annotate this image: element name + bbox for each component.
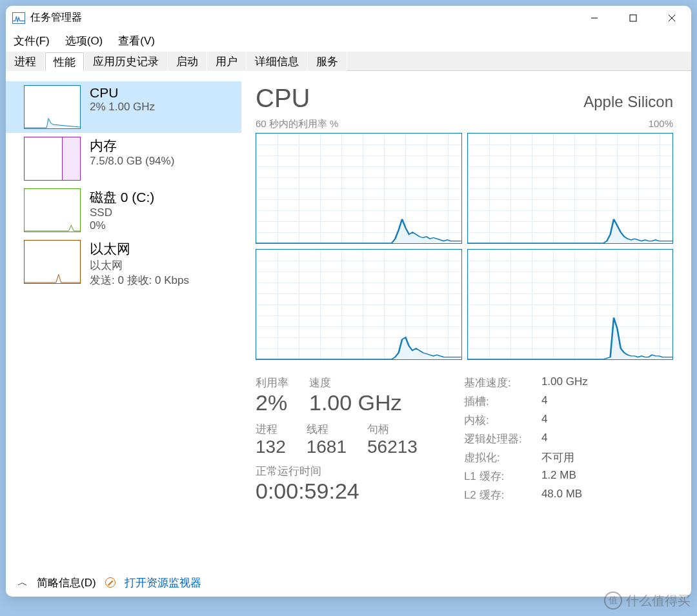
virt-label: 虚拟化:: [464, 450, 541, 465]
thr-value: 1681: [307, 437, 347, 457]
svg-rect-1: [630, 15, 636, 21]
disk-title: 磁盘 0 (C:): [90, 188, 154, 206]
page-title: CPU: [256, 84, 310, 113]
proc-label: 进程: [256, 422, 286, 437]
speed-value: 1.00 GHz: [309, 390, 402, 415]
l2-label: L2 缓存:: [464, 488, 541, 502]
titlebar[interactable]: 任务管理器: [6, 6, 691, 30]
l1-label: L1 缓存:: [464, 469, 541, 484]
hnd-value: 56213: [367, 437, 418, 457]
cpu-thumb-icon: [24, 85, 81, 129]
tab-history[interactable]: 应用历史记录: [85, 52, 167, 71]
eth-sub: 以太网: [90, 258, 189, 273]
cpu-model: Apple Silicon: [583, 93, 673, 111]
cores-label: 内核:: [464, 413, 541, 428]
proc-value: 132: [256, 437, 286, 457]
uptime-label: 正常运行时间: [256, 464, 418, 479]
tab-startup[interactable]: 启动: [168, 52, 207, 71]
sock-label: 插槽:: [464, 394, 541, 409]
virt-value: 不可用: [541, 450, 574, 465]
maximize-button[interactable]: [614, 6, 652, 30]
menu-view[interactable]: 查看(V): [118, 34, 155, 48]
window-controls: [575, 6, 691, 30]
cpu-core-chart-2: [256, 249, 462, 360]
cpu-title: CPU: [90, 85, 155, 101]
menu-options[interactable]: 选项(O): [65, 34, 103, 48]
memory-sub: 7.5/8.0 GB (94%): [90, 155, 174, 168]
app-icon: [12, 12, 25, 24]
eth-sub2: 发送: 0 接收: 0 Kbps: [90, 273, 189, 288]
l2-value: 48.0 MB: [541, 488, 582, 502]
tab-services[interactable]: 服务: [308, 52, 347, 71]
window-title: 任务管理器: [30, 11, 82, 25]
menubar: 文件(F) 选项(O) 查看(V): [6, 30, 691, 52]
cores-value: 4: [541, 413, 547, 428]
sidebar-item-cpu[interactable]: CPU 2% 1.00 GHz: [6, 81, 241, 133]
open-resource-monitor-link[interactable]: 打开资源监视器: [125, 575, 201, 590]
disk-thumb-icon: [24, 188, 81, 232]
task-manager-window: 任务管理器 文件(F) 选项(O) 查看(V) 进程 性能 应用历史记录 启动 …: [6, 6, 691, 597]
disk-sub2: 0%: [90, 219, 154, 232]
menu-file[interactable]: 文件(F): [14, 34, 50, 48]
speed-label: 速度: [309, 375, 402, 390]
sidebar-item-disk[interactable]: 磁盘 0 (C:) SSD 0%: [6, 184, 241, 236]
uptime-value: 0:00:59:24: [256, 479, 418, 504]
sidebar-item-ethernet[interactable]: 以太网 以太网 发送: 0 接收: 0 Kbps: [6, 236, 241, 292]
watermark: 值 什么值得买: [604, 591, 691, 610]
tab-users[interactable]: 用户: [207, 52, 246, 71]
eth-title: 以太网: [90, 240, 189, 258]
cpu-core-chart-0: [256, 133, 462, 244]
log-label: 逻辑处理器:: [464, 432, 541, 446]
chart-right-label: 100%: [649, 118, 673, 130]
ethernet-thumb-icon: [24, 240, 81, 284]
close-button[interactable]: [652, 6, 691, 30]
memory-title: 内存: [90, 137, 174, 155]
tab-processes[interactable]: 进程: [6, 52, 45, 71]
content: CPU 2% 1.00 GHz 内存 7.5/8.0 GB (94%) 磁盘 0…: [6, 72, 691, 568]
hnd-label: 句柄: [367, 422, 418, 437]
disk-sub: SSD: [90, 206, 154, 219]
minimize-button[interactable]: [575, 6, 614, 30]
fewer-details-link[interactable]: 简略信息(D): [37, 575, 96, 590]
base-value: 1.00 GHz: [541, 375, 588, 390]
resource-monitor-icon: [105, 577, 116, 588]
cpu-core-chart-3: [467, 249, 674, 360]
memory-thumb-icon: [24, 137, 81, 181]
thr-label: 线程: [307, 422, 347, 437]
util-label: 利用率: [256, 375, 288, 390]
tabbar: 进程 性能 应用历史记录 启动 用户 详细信息 服务: [6, 52, 691, 72]
cpu-chart-grid: [256, 133, 673, 360]
log-value: 4: [541, 432, 547, 446]
sidebar: CPU 2% 1.00 GHz 内存 7.5/8.0 GB (94%) 磁盘 0…: [6, 72, 241, 568]
main-panel: CPU Apple Silicon 60 秒内的利用率 % 100% 利用率2%…: [241, 72, 691, 568]
cpu-core-chart-1: [467, 133, 674, 244]
stats: 利用率2% 速度1.00 GHz 进程132 线程1681 句柄56213 正常…: [256, 375, 673, 506]
footer: ︿ 简略信息(D) 打开资源监视器: [6, 568, 691, 597]
sidebar-item-memory[interactable]: 内存 7.5/8.0 GB (94%): [6, 133, 241, 184]
l1-value: 1.2 MB: [541, 469, 576, 484]
sock-value: 4: [541, 394, 547, 409]
cpu-sub: 2% 1.00 GHz: [90, 101, 155, 114]
chart-left-label: 60 秒内的利用率 %: [256, 118, 338, 130]
util-value: 2%: [256, 390, 288, 415]
chevron-up-icon[interactable]: ︿: [17, 576, 28, 590]
tab-performance[interactable]: 性能: [45, 52, 84, 72]
base-label: 基准速度:: [464, 375, 541, 390]
tab-details[interactable]: 详细信息: [247, 52, 307, 71]
